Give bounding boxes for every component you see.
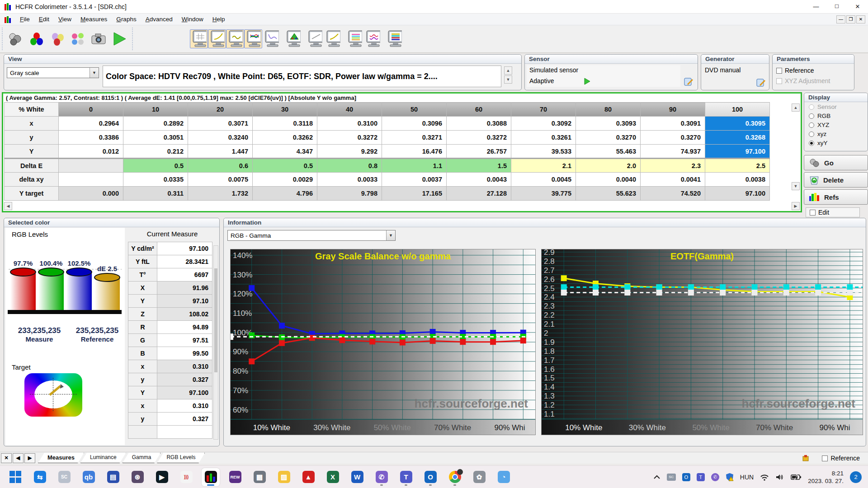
- measure-cell[interactable]: 0.3262: [253, 131, 317, 145]
- measures-column-50[interactable]: 50: [382, 103, 447, 117]
- measure-cell[interactable]: 0.0043: [447, 173, 511, 187]
- measures-column-40[interactable]: 40: [317, 103, 382, 117]
- tray-language-indicator[interactable]: HUN: [740, 474, 754, 481]
- taskbar-teamviewer-icon[interactable]: ⇆: [31, 468, 49, 486]
- measure-cell[interactable]: 97.100: [705, 187, 770, 201]
- measure-cell[interactable]: 0.0041: [641, 173, 705, 187]
- cm-value[interactable]: 97.100: [157, 242, 212, 255]
- measure-cell[interactable]: 0.0029: [253, 173, 317, 187]
- grid-view-button[interactable]: [190, 29, 208, 48]
- bottom-reference-checkbox[interactable]: Reference: [822, 455, 860, 462]
- measure-cell[interactable]: 39.533: [511, 145, 576, 159]
- current-measure-scrollbar[interactable]: [213, 245, 218, 440]
- measure-cell[interactable]: 9.798: [317, 187, 382, 201]
- measure-cell[interactable]: 0.8: [317, 159, 382, 173]
- measure-cell[interactable]: 0.3095: [705, 117, 770, 131]
- cm-value[interactable]: 97.100: [157, 386, 212, 399]
- contrast-view-button[interactable]: [306, 29, 324, 48]
- tab-luminance[interactable]: Luminance: [80, 453, 126, 463]
- measure-cell[interactable]: 0.3240: [188, 131, 253, 145]
- taskbar-system-info-icon[interactable]: ◔: [495, 468, 513, 486]
- measures-column-0[interactable]: 0: [59, 103, 123, 117]
- measure-cell[interactable]: 0.3118: [253, 117, 317, 131]
- tray-chevron-up-icon[interactable]: [653, 475, 660, 479]
- measure-cell[interactable]: 0.0040: [576, 173, 641, 187]
- notification-badge[interactable]: 2: [850, 471, 862, 483]
- battery-icon[interactable]: [791, 474, 802, 480]
- cm-value[interactable]: 0.327: [157, 413, 212, 426]
- measure-cell[interactable]: 0.3096: [382, 117, 447, 131]
- scroll-down-button[interactable]: ▼: [792, 182, 800, 190]
- luminance-view-button[interactable]: [262, 29, 280, 48]
- measure-cell[interactable]: 1.447: [188, 145, 253, 159]
- gamma-spin-down-button[interactable]: ▼: [504, 75, 512, 84]
- taskbar-screenconnect-icon[interactable]: SC: [55, 468, 73, 486]
- speaker-icon[interactable]: [775, 474, 784, 481]
- display-option-xyy[interactable]: xyY: [804, 138, 868, 147]
- cm-value[interactable]: 97.51: [157, 334, 212, 347]
- measure-cell[interactable]: 9.292: [317, 145, 382, 159]
- measure-cell[interactable]: 0.0335: [123, 173, 188, 187]
- mdi-minimize-button[interactable]: —: [836, 15, 845, 23]
- taskbar-file-explorer-icon[interactable]: ▨: [275, 468, 293, 486]
- measures-column-70[interactable]: 70: [511, 103, 576, 117]
- gamma2-view-button[interactable]: [324, 29, 342, 48]
- measure-cell[interactable]: 27.128: [447, 187, 511, 201]
- measure-cell[interactable]: 74.520: [641, 187, 705, 201]
- measure-cell[interactable]: 0.2892: [123, 117, 188, 131]
- reference-checkbox[interactable]: Reference: [776, 67, 814, 74]
- menu-item-window[interactable]: Window: [177, 14, 208, 24]
- cm-value[interactable]: 97.10: [157, 295, 212, 308]
- grayscale-spheres-button[interactable]: [5, 28, 26, 50]
- cm-value[interactable]: 0.327: [157, 373, 212, 386]
- measure-cell[interactable]: 0.3092: [511, 117, 576, 131]
- cm-value[interactable]: 99.50: [157, 347, 212, 360]
- mdi-restore-button[interactable]: ❐: [846, 15, 855, 23]
- measure-cell[interactable]: 0.6: [188, 159, 253, 173]
- measure-cell[interactable]: 0.3272: [317, 131, 382, 145]
- measure-cell[interactable]: 0.5: [123, 159, 188, 173]
- measure-cell[interactable]: 55.623: [576, 187, 641, 201]
- gamma-spin-up-button[interactable]: ▲: [504, 66, 512, 75]
- measure-cell[interactable]: [59, 159, 123, 173]
- maximize-button[interactable]: ☐: [826, 0, 847, 14]
- tab-measures[interactable]: Measures: [38, 453, 84, 463]
- cm-value[interactable]: 108.02: [157, 308, 212, 321]
- measure-cell[interactable]: 0.3271: [382, 131, 447, 145]
- saturation-view-button[interactable]: [363, 29, 382, 48]
- minimize-button[interactable]: —: [806, 0, 826, 14]
- tabs-next-button[interactable]: ▶: [24, 453, 35, 463]
- measure-cell[interactable]: 0.3272: [447, 131, 511, 145]
- measure-cell[interactable]: 0.5: [253, 159, 317, 173]
- taskbar-outlook-icon[interactable]: O: [421, 468, 439, 486]
- sensor-play-icon[interactable]: [584, 78, 591, 85]
- cm-value[interactable]: 94.89: [157, 321, 212, 334]
- tray-teams-icon[interactable]: T: [697, 473, 705, 481]
- snapshot-camera-button[interactable]: [89, 28, 109, 50]
- menu-item-help[interactable]: Help: [208, 14, 230, 24]
- tray-screenconnect-icon[interactable]: SC: [667, 474, 676, 481]
- tray-security-shield-icon[interactable]: [726, 473, 734, 482]
- cm-value[interactable]: 28.3421: [157, 255, 212, 268]
- measure-cell[interactable]: 0.3091: [641, 117, 705, 131]
- nearblack-view-button[interactable]: [226, 29, 244, 48]
- measure-cell[interactable]: 2.1: [511, 159, 576, 173]
- taskbar-start-icon[interactable]: [6, 468, 24, 486]
- measure-cell[interactable]: 0.212: [123, 145, 188, 159]
- taskbar-chrome-icon[interactable]: [446, 468, 464, 486]
- rgb-levels-view-button[interactable]: [244, 29, 262, 48]
- measure-cell[interactable]: 2.5: [705, 159, 770, 173]
- generator-config-icon[interactable]: [756, 78, 766, 87]
- close-button[interactable]: ✕: [847, 0, 868, 14]
- cie-gamut-view-button[interactable]: [284, 29, 302, 48]
- measures-column-10[interactable]: 10: [123, 103, 188, 117]
- go-button[interactable]: Go: [804, 155, 868, 170]
- measure-cell[interactable]: 0.0037: [382, 173, 447, 187]
- delete-button[interactable]: Delete: [804, 172, 868, 188]
- refs-button[interactable]: Refs: [804, 189, 868, 205]
- cm-value[interactable]: 0.310: [157, 360, 212, 373]
- display-option-xyz[interactable]: xyz: [804, 129, 868, 138]
- scroll-up-button[interactable]: ▲: [792, 103, 800, 112]
- measures-column-30[interactable]: 30: [253, 103, 317, 117]
- measure-cell[interactable]: 26.757: [447, 145, 511, 159]
